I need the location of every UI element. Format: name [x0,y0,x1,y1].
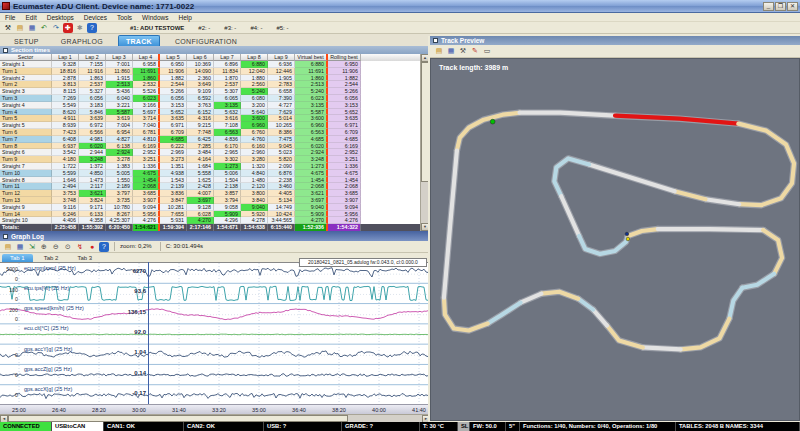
close-button[interactable]: ✕ [787,2,798,11]
table-row[interactable]: Straight 104:4064:3584:25:3074:2765:9314… [0,217,420,224]
table-row[interactable]: Turn 86:9376:0206:1386:1696:2227:2856:17… [0,143,420,150]
menu-desktops[interactable]: Desktops [42,14,79,21]
help-icon[interactable]: ? [87,23,97,33]
zoom-out-icon[interactable]: ⊖ [51,242,61,252]
device-slot-2[interactable]: #2: - [198,25,210,31]
open-icon[interactable]: ▤ [15,23,25,33]
table-row[interactable]: Turn 133:7483:8243:7353:9073:8473:6973:7… [0,197,420,204]
track-preview-caption[interactable]: Track Preview [430,36,800,45]
lap-time-cell: 9:109 [187,88,214,95]
save-icon[interactable]: ▦ [446,46,456,56]
zoom-fit-icon[interactable]: ⊙ [63,242,73,252]
graph-tab-tab-3[interactable]: Tab 3 [69,254,100,262]
tab-track[interactable]: TRACK [118,35,160,46]
lap-time-cell: 5:697 [133,109,160,116]
graph-cursor-line[interactable] [148,262,149,404]
record-icon[interactable]: ● [87,242,97,252]
device-slot-1[interactable]: #1: ADU TESTOWE [130,25,184,31]
export-icon[interactable]: ⇲ [27,242,37,252]
totals-cell: 2:25:458 [52,224,79,231]
lap-time-cell: 3:542 [52,149,79,156]
status-tables: TABLES: 2048 B NAMES: 3344 [676,422,800,431]
menu-help[interactable]: Help [173,14,196,21]
table-vertical-scrollbar[interactable]: ▲ ▼ [420,54,428,231]
table-row[interactable]: Turn 146:2466:1338:2675:9567:6556:0285:9… [0,211,420,218]
graph-horizontal-scrollbar[interactable]: ◄ ► [0,414,430,422]
lap-time-cell: 5:587 [106,109,133,116]
menu-windows[interactable]: Windows [137,14,173,21]
undo-icon[interactable]: ↶ [39,23,49,33]
zoom-in-icon[interactable]: ⊕ [39,242,49,252]
restore-button[interactable]: ❐ [775,2,786,11]
sector-name: Turn 5 [0,115,52,122]
redo-icon[interactable]: ↷ [51,23,61,33]
open-icon[interactable]: ▤ [3,242,13,252]
table-row[interactable]: Straight 71:7221:3721:3831:3361:3511:684… [0,163,420,170]
table-row[interactable]: Straight 81:6461:4731:5501:4541:5431:625… [0,177,420,184]
lap-time-cell: 12:040 [241,68,268,75]
marker-icon[interactable]: ↯ [75,242,85,252]
table-row[interactable]: Turn 54:9113:6393:6193:7143:6354:3163:61… [0,115,420,122]
sector-name: Turn 3 [0,95,52,102]
lap-time-cell: 6:760 [241,129,268,136]
device-slot-5[interactable]: #5: - [276,25,288,31]
table-row[interactable]: Straight 19:3287:1557:0016:9586:95010:36… [0,61,420,68]
graph-tab-tab-1[interactable]: Tab 1 [2,254,33,262]
table-row[interactable]: Straight 99:1169:17110:7809:09410:2819:1… [0,204,420,211]
minimize-button[interactable]: _ [763,2,774,11]
axis-value: 0 [1,276,18,282]
open-icon[interactable]: ▤ [434,46,444,56]
table-row[interactable]: Turn 94:1803:2483:2783:2513:2734:1643:30… [0,156,420,163]
settings-gear-icon[interactable]: ✱ [75,23,85,33]
lap-time-cell: 3:135 [214,102,241,109]
tab-setup[interactable]: SETUP [7,36,46,46]
erase-icon[interactable]: ▭ [482,46,492,56]
virtual-best-cell: 9:040 [295,204,328,211]
menu-tools[interactable]: Tools [112,14,137,21]
save-icon[interactable]: ▦ [27,23,37,33]
lap-time-cell: 6:658 [268,88,295,95]
table-row[interactable]: Straight 38:1155:3275:4365:5265:2669:109… [0,88,420,95]
table-row[interactable]: Turn 76:4084:9814:8274:8104:6856:4254:83… [0,136,420,143]
lap-time-cell: 1:543 [160,177,187,184]
table-row[interactable]: Turn 67:4236:5666:9546:7816:7097:7486:56… [0,129,420,136]
graph-log-caption[interactable]: Graph Log [0,231,430,241]
track-map[interactable] [431,59,799,420]
rolling-best-cell: 3:685 [328,190,361,197]
wrench-icon[interactable]: ⚒ [3,23,13,33]
help-icon[interactable]: ? [99,242,109,252]
rolling-best-cell: 3:153 [328,102,361,109]
panel-icon [3,48,8,53]
table-row[interactable]: Turn 23:8132:5372:5132:5322:5443:6492:53… [0,81,420,88]
graph-area[interactable]: ecu.rpm[rpm] (25 Hz)50000ecu.tps[%] (25 … [0,262,430,404]
table-row[interactable]: Turn 112:4942:1172:1892:0682:1392:4282:1… [0,183,420,190]
table-row[interactable]: Straight 63:5422:9442:9242:9522:9693:484… [0,149,420,156]
menu-edit[interactable]: Edit [20,14,41,21]
table-row[interactable]: Turn 105:5994:8505:0054:6754:9385:5585:0… [0,170,420,177]
tab-configuration[interactable]: CONFIGURATION [168,36,244,46]
edit-pencil-icon[interactable]: ✎ [470,46,480,56]
table-row[interactable]: Turn 123:7533:6213:7973:6853:8364:0073:8… [0,190,420,197]
lap-time-cell: 3:273 [160,156,187,163]
table-row[interactable]: Turn 37:2696:0566:0406:0236:0566:5926:06… [0,95,420,102]
track-map-area[interactable]: Track length: 3989 m [430,58,800,421]
table-row[interactable]: Straight 45:5493:1833:2213:1663:1533:763… [0,102,420,109]
table-row[interactable]: Turn 48:6205:8465:5875:6975:6526:1525:63… [0,109,420,116]
stop-icon[interactable]: ✚ [63,23,73,33]
graph-tab-tab-2[interactable]: Tab 2 [36,254,67,262]
save-icon[interactable]: ▦ [15,242,25,252]
tab-graphlog[interactable]: GRAPHLOG [54,36,110,46]
tool-icon[interactable]: ⚒ [458,46,468,56]
sector-name: Straight 5 [0,122,52,129]
lap-time-cell: 2:428 [187,183,214,190]
title-bar[interactable]: Ecumaster ADU Client. Device name: 1771-… [0,0,800,13]
table-row[interactable]: Straight 58:9396:9727:0047:0406:9719:215… [0,122,420,129]
table-row[interactable]: Turn 118:81611:91611:86011:69111:90614:0… [0,68,420,75]
section-times-caption[interactable]: Section times [0,46,430,54]
table-row[interactable]: Straight 22:8781:8631:9151:8601:8822:360… [0,75,420,82]
scroll-thumb[interactable] [8,415,348,422]
device-slot-3[interactable]: #3: - [224,25,236,31]
menu-devices[interactable]: Devices [79,14,112,21]
menu-file[interactable]: File [0,14,20,21]
device-slot-4[interactable]: #4: - [250,25,262,31]
